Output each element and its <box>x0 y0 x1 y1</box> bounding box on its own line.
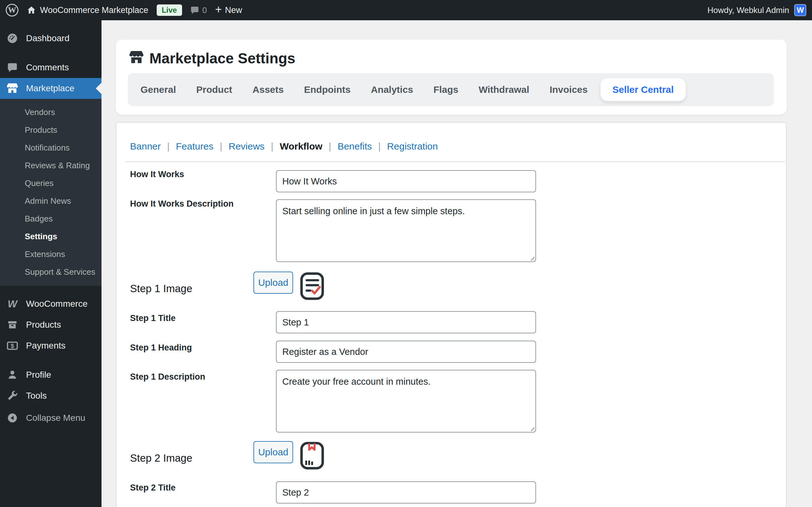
new-label: New <box>225 5 242 15</box>
step1-title-input[interactable] <box>276 311 536 333</box>
tab-flags[interactable]: Flags <box>423 73 468 106</box>
step1-image-label: Step 1 Image <box>130 283 192 295</box>
admin-bar: W WooCommerce Marketplace Live 0 + New H… <box>0 0 812 20</box>
tab-withdrawal[interactable]: Withdrawal <box>468 73 540 106</box>
submenu-item-reviews-rating[interactable]: Reviews & Rating <box>0 157 101 174</box>
step1-heading-input[interactable] <box>276 341 536 363</box>
wrench-icon <box>6 390 19 401</box>
subtab-separator: | <box>328 141 331 152</box>
how-it-works-description-textarea[interactable]: Start selling online in just a few simpl… <box>276 199 536 262</box>
storefront-icon <box>6 83 19 94</box>
sidebar-item-woocommerce[interactable]: W WooCommerce <box>0 293 101 314</box>
tab-product[interactable]: Product <box>186 73 242 106</box>
avatar-letter: W <box>797 6 804 14</box>
sidebar-item-label: Tools <box>26 391 47 401</box>
sidebar-item-label: Products <box>26 320 61 330</box>
submenu-item-settings[interactable]: Settings <box>0 228 101 245</box>
sidebar-item-label: Dashboard <box>26 33 69 43</box>
submenu-item-support-services[interactable]: Support & Services <box>0 263 101 281</box>
sidebar-item-dashboard[interactable]: Dashboard <box>0 28 101 49</box>
subtab-banner[interactable]: Banner <box>130 141 161 152</box>
submenu-label: Extensions <box>25 249 65 259</box>
new-content-button[interactable]: + New <box>215 5 242 15</box>
sidebar-item-payments[interactable]: $ Payments <box>0 335 101 356</box>
sidebar-item-profile[interactable]: Profile <box>0 364 101 385</box>
settings-header-card: Marketplace Settings General Product Ass… <box>116 40 786 115</box>
comment-bubble-icon <box>190 6 199 14</box>
step2-image-label: Step 2 Image <box>130 452 192 464</box>
submenu-item-extensions[interactable]: Extensions <box>0 245 101 263</box>
user-icon <box>6 370 19 380</box>
tab-general[interactable]: General <box>131 73 186 106</box>
subtab-reviews[interactable]: Reviews <box>229 141 264 152</box>
tab-analytics[interactable]: Analytics <box>361 73 423 106</box>
subtab-features[interactable]: Features <box>176 141 213 152</box>
sidebar-item-tools[interactable]: Tools <box>0 385 101 406</box>
step1-title-label: Step 1 Title <box>130 314 176 323</box>
page-title-row: Marketplace Settings <box>129 50 295 67</box>
step2-title-input[interactable] <box>276 481 536 504</box>
sidebar-item-label: Marketplace <box>26 83 74 94</box>
submenu-item-queries[interactable]: Queries <box>0 174 101 192</box>
how-it-works-input[interactable] <box>276 170 536 192</box>
sidebar-item-label: Collapse Menu <box>26 413 85 423</box>
subtab-workflow[interactable]: Workflow <box>280 141 322 152</box>
submenu-item-products[interactable]: Products <box>0 121 101 139</box>
submenu-label: Support & Services <box>25 267 96 277</box>
page-title: Marketplace Settings <box>149 50 295 67</box>
sidebar-item-marketplace[interactable]: Marketplace <box>0 78 101 99</box>
submenu-item-vendors[interactable]: Vendors <box>0 103 101 121</box>
checklist-icon <box>300 272 324 302</box>
storefront-icon <box>129 51 144 66</box>
dashboard-gauge-icon <box>6 33 19 44</box>
plus-icon: + <box>215 4 222 15</box>
submenu-label: Vendors <box>25 107 55 117</box>
settings-tabbar: General Product Assets Endpoints Analyti… <box>128 73 774 106</box>
how-it-works-description-label: How It Works Description <box>130 199 234 209</box>
comment-bubble-icon <box>6 62 19 73</box>
payments-card-icon: $ <box>6 340 19 351</box>
step1-description-textarea[interactable]: Create your free account in minutes. <box>276 370 536 433</box>
submenu-label: Products <box>25 125 57 135</box>
seller-central-subtabs: Banner | Features | Reviews | Workflow |… <box>130 141 438 152</box>
submenu-item-admin-news[interactable]: Admin News <box>0 192 101 210</box>
submenu-label: Admin News <box>25 196 71 206</box>
wordpress-logo-letter: W <box>8 5 16 15</box>
tab-assets[interactable]: Assets <box>242 73 294 106</box>
subtab-registration[interactable]: Registration <box>387 141 438 152</box>
step1-description-label: Step 1 Description <box>130 372 205 382</box>
submenu-item-badges[interactable]: Badges <box>0 210 101 228</box>
site-name-link[interactable]: WooCommerce Marketplace <box>27 5 148 15</box>
sidebar-item-label: WooCommerce <box>26 299 88 309</box>
admin-menu: Dashboard Comments Marketplace Vendors P… <box>0 20 101 507</box>
subtab-benefits[interactable]: Benefits <box>338 141 372 152</box>
subtab-separator: | <box>220 141 222 152</box>
subtabs-divider <box>125 161 785 162</box>
collapse-arrow-icon <box>6 412 19 424</box>
tab-seller-central[interactable]: Seller Central <box>600 78 686 101</box>
home-icon <box>27 5 36 15</box>
submenu-label: Queries <box>25 178 54 188</box>
submenu-label: Badges <box>25 214 53 224</box>
step1-heading-label: Step 1 Heading <box>130 343 192 353</box>
tab-endpoints[interactable]: Endpoints <box>294 73 361 106</box>
sidebar-item-products[interactable]: Products <box>0 314 101 335</box>
wordpress-logo-icon[interactable]: W <box>6 4 18 16</box>
tab-invoices[interactable]: Invoices <box>540 73 598 106</box>
sidebar-item-label: Profile <box>26 370 51 380</box>
submenu-item-notifications[interactable]: Notifications <box>0 139 101 157</box>
sidebar-item-comments[interactable]: Comments <box>0 57 101 78</box>
content-area: Marketplace Settings General Product Ass… <box>101 20 812 507</box>
submenu-label: Reviews & Rating <box>25 161 90 170</box>
howdy-account-text[interactable]: Howdy, Webkul Admin <box>707 5 789 15</box>
product-box-icon <box>6 320 19 330</box>
live-badge[interactable]: Live <box>157 4 182 16</box>
comments-shortcut[interactable]: 0 <box>190 5 207 15</box>
svg-text:$: $ <box>11 343 14 349</box>
step2-title-label: Step 2 Title <box>130 483 176 493</box>
step2-upload-button[interactable]: Upload <box>253 441 293 463</box>
step1-upload-button[interactable]: Upload <box>253 272 293 294</box>
avatar[interactable]: W <box>794 4 806 16</box>
sidebar-item-collapse-menu[interactable]: Collapse Menu <box>0 407 101 429</box>
site-name: WooCommerce Marketplace <box>40 5 148 15</box>
